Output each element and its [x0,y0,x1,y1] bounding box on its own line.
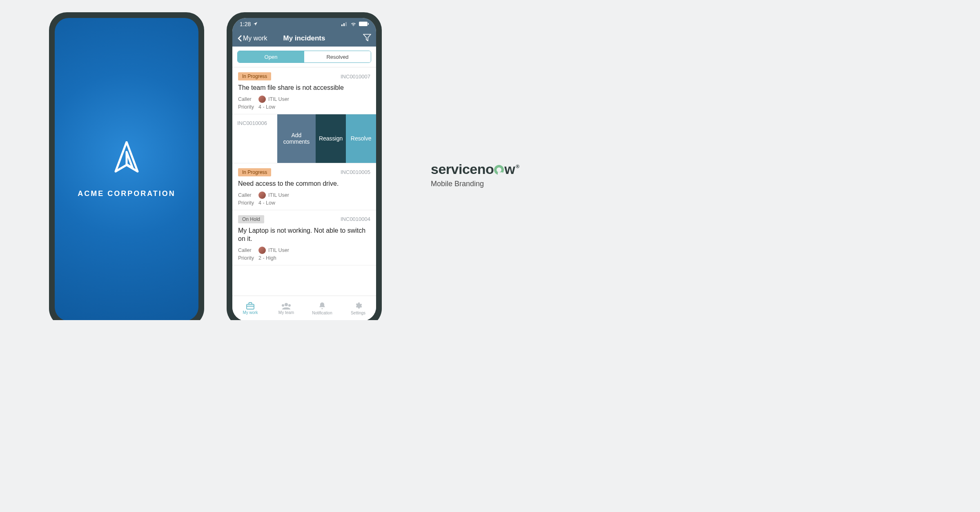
splash-screen: ACME CORPORATION [55,18,198,320]
svg-rect-5 [247,304,254,309]
svg-point-7 [282,304,284,307]
battery-icon [359,21,369,27]
incident-title: Need access to the common drive. [238,180,370,188]
avatar [258,247,266,254]
avatar [258,191,266,199]
svg-point-8 [288,304,291,307]
svg-rect-4 [368,23,369,25]
svg-rect-2 [345,22,347,26]
swipe-action-resolve[interactable]: Resolve [346,114,376,163]
status-badge: On Hold [238,215,264,223]
tab-my-team[interactable]: My team [268,296,304,320]
swipe-action-reassign[interactable]: Reassign [316,114,346,163]
caller-name: ITIL User [268,192,289,198]
splash-company-name: ACME CORPORATION [78,189,176,198]
team-icon [281,302,292,309]
incident-title: The team file share is not accessible [238,84,370,92]
tab-label: My team [278,310,294,315]
status-bar: 1:28 [232,18,376,30]
acme-logo-icon [112,141,141,178]
status-badge: In Progress [238,72,271,80]
phone-splash: ACME CORPORATION [49,12,204,320]
status-segment: Open Resolved [237,51,371,63]
caller-label: Caller [238,247,256,253]
svg-rect-3 [359,22,368,26]
servicenow-logo: serviceno w ® [431,161,519,177]
nav-bar: My work My incidents [232,30,376,47]
caller-label: Caller [238,96,256,102]
incident-id: INC0010007 [341,73,370,80]
swipe-action-add-comments[interactable]: Add comments [277,114,316,163]
incident-id: INC0010005 [341,169,370,175]
incident-id: INC0010006 [237,120,267,126]
brand-o-icon [494,161,504,177]
briefcase-icon [246,302,255,309]
signal-icon [341,21,348,27]
incident-card[interactable]: On Hold INC0010004 My Laptop is not work… [232,210,376,266]
segment-resolved[interactable]: Resolved [304,51,371,62]
caller-name: ITIL User [268,247,289,253]
caller-label: Caller [238,192,256,198]
priority-label: Priority [238,255,256,261]
incident-card-swiped[interactable]: INC0010006 Add comments Reassign Resolve [232,114,376,163]
svg-point-6 [285,303,288,306]
tab-bar: My work My team Notification Settings [232,296,376,320]
brand-name-pre: serviceno [431,161,494,177]
caller-name: ITIL User [268,96,289,102]
location-icon [253,21,258,27]
filter-button[interactable] [363,34,371,43]
back-button[interactable]: My work [237,35,267,42]
status-badge: In Progress [238,168,271,176]
priority-label: Priority [238,104,256,110]
tab-label: My work [243,310,258,315]
svg-rect-1 [343,23,345,26]
brand-name-post: w [504,161,515,177]
priority-label: Priority [238,200,256,206]
filter-icon [363,34,371,41]
priority-value: 4 - Low [258,104,275,110]
servicenow-branding: serviceno w ® Mobile Branding [431,161,519,188]
bell-icon [318,302,326,310]
incident-card[interactable]: In Progress INC0010007 The team file sha… [232,67,376,114]
svg-rect-0 [341,24,343,26]
segment-open[interactable]: Open [238,51,304,62]
registered-icon: ® [516,164,519,169]
gear-icon [354,302,362,310]
tab-notification[interactable]: Notification [304,296,340,320]
tab-my-work[interactable]: My work [232,296,268,320]
tab-label: Settings [351,311,365,315]
priority-value: 2 - High [258,255,276,261]
priority-value: 4 - Low [258,200,275,206]
phone-app: 1:28 [227,12,382,320]
incident-id: INC0010004 [341,216,370,222]
avatar [258,96,266,103]
status-time: 1:28 [240,21,251,27]
tab-label: Notification [312,311,332,315]
incident-list[interactable]: In Progress INC0010007 The team file sha… [232,67,376,296]
back-label: My work [243,35,267,42]
tab-settings[interactable]: Settings [340,296,376,320]
incident-card[interactable]: In Progress INC0010005 Need access to th… [232,163,376,210]
brand-subtitle: Mobile Branding [431,180,519,188]
incident-title: My Laptop is not working. Not able to sw… [238,227,370,244]
wifi-icon [350,21,356,27]
